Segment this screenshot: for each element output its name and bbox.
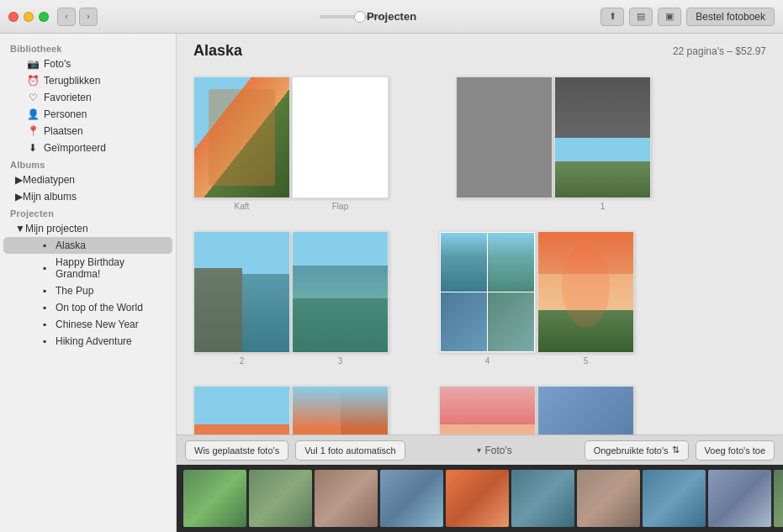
forward-button[interactable]: › [79,8,98,26]
strip-photo-8[interactable] [643,470,706,527]
hiking-book-icon: ▪ [39,335,50,347]
pages45-pages [439,231,634,353]
album-title: Alaska [193,42,242,60]
strip-photo-10[interactable] [774,470,783,527]
flap-label: Flap [292,202,389,211]
sidebar-item-hiking[interactable]: ▪ Hiking Adventure [3,333,172,350]
photos-dropdown[interactable]: ▾ Foto's [477,445,511,456]
order-button[interactable]: Bestel fotoboek [686,8,775,26]
page9-content [538,387,633,435]
pages89-spread [439,386,634,435]
sidebar-item-birthday[interactable]: ▪ Happy Birthday Grandma! [3,254,172,282]
titlebar-actions: ⬆ ▤ ▣ Bestel fotoboek [600,8,775,26]
book-row-2: 2 3 [193,231,766,366]
strip-photo-6-inner [511,470,574,527]
sidebar-imported-label: Geïmporteerd [44,142,106,154]
people-icon: 👤 [27,108,39,120]
content-area: Alaska 22 pagina's – $52.97 [177,34,783,532]
page3[interactable] [292,231,389,353]
page1-labels: 1 [456,198,651,211]
pages89-pages [439,386,634,435]
strip-photo-4[interactable] [380,470,443,527]
pages67-pages [193,386,389,435]
view-toggle-button[interactable]: ▤ [629,8,653,26]
strip-photo-9[interactable] [708,470,771,527]
sidebar-item-alaska[interactable]: ▪ Alaska [3,237,172,254]
page7[interactable] [292,386,389,435]
unused-label-text: Ongebruikte foto's [594,445,669,456]
chinese-book-icon: ▪ [39,319,50,330]
page8[interactable] [439,386,536,435]
minimize-button[interactable] [24,12,34,22]
pages45-spread: 4 5 [439,231,634,366]
strip-photo-7[interactable] [577,470,640,527]
back-button[interactable]: ‹ [57,8,76,26]
page3-content [293,232,388,352]
book-grid: Kaft Flap [177,68,783,435]
sidebar-item-favorites[interactable]: ♡ Favorieten [3,89,172,106]
strip-photo-1[interactable] [183,470,246,527]
sidebar-item-memories[interactable]: ⏰ Terugblikken [3,72,172,89]
cover-labels: Kaft Flap [193,198,389,211]
sidebar-item-chinese[interactable]: ▪ Chinese New Year [3,316,172,333]
share-icon-button[interactable]: ⬆ [600,8,624,26]
add-photos-button[interactable]: Voeg foto's toe [696,440,775,461]
sidebar-item-myprojects[interactable]: ▼ Mijn projecten [3,220,172,237]
strip-photo-2[interactable] [249,470,312,527]
page2-label: 2 [193,356,290,366]
page9[interactable] [537,386,634,435]
nav-buttons: ‹ › [57,8,98,26]
strip-photo-8-inner [643,470,706,527]
maximize-button[interactable] [39,12,49,22]
sidebar-birthday-label: Happy Birthday Grandma! [56,256,162,280]
alaska-book-icon: ▪ [39,240,50,251]
strip-photo-4-inner [380,470,443,527]
sidebar: Bibliotheek 📷 Foto's ⏰ Terugblikken ♡ Fa… [0,34,177,532]
strip-photo-9-inner [708,470,771,527]
strip-photo-6[interactable] [511,470,574,527]
flap-page[interactable] [292,76,389,198]
page1-left[interactable] [456,76,553,198]
unused-photos-button[interactable]: Ongebruikte foto's ⇅ [585,440,689,461]
page4[interactable] [439,231,536,353]
strip-photo-5[interactable] [446,470,509,527]
page2[interactable] [193,231,290,353]
slider-thumb [354,11,366,23]
page5-content [538,232,633,352]
sidebar-people-label: Personen [44,108,87,120]
sidebar-memories-label: Terugblikken [44,75,100,87]
panel-toggle-button[interactable]: ▣ [658,8,681,26]
albums-section-label: Albums [0,156,176,171]
sidebar-item-mediatypes[interactable]: ▶ Mediatypen [3,171,172,188]
kaft-label: Kaft [193,202,290,211]
wis-button[interactable]: Wis geplaatste foto's [185,440,288,461]
close-button[interactable] [8,12,19,22]
kaft-page[interactable] [193,76,290,198]
sidebar-item-imported[interactable]: ⬇ Geïmporteerd [3,140,172,156]
sidebar-chinese-label: Chinese New Year [56,319,139,330]
sidebar-favorites-label: Favorieten [44,92,92,103]
sidebar-item-photos[interactable]: 📷 Foto's [3,55,172,72]
sidebar-pup-label: The Pup [56,285,93,297]
strip-photo-3[interactable] [315,470,378,527]
sidebar-item-ontop[interactable]: ▪ On top of the World [3,299,172,316]
strip-photo-2-inner [249,470,312,527]
sidebar-ontop-label: On top of the World [56,302,143,313]
mediatypes-icon: ▶ [15,174,23,186]
page5[interactable] [537,231,634,353]
vul-button[interactable]: Vul 1 foto automatisch [295,440,405,461]
sidebar-myalbums-label: Mijn albums [23,191,77,203]
kaft-content [194,77,289,198]
pages23-pages [193,231,389,353]
sidebar-item-pup[interactable]: ▪ The Pup [3,282,172,299]
album-meta: 22 pagina's – $52.97 [673,45,766,57]
pages67-spread [193,386,389,435]
sidebar-myprojects-label: Mijn projecten [25,223,88,234]
memories-icon: ⏰ [27,75,39,87]
page1-right[interactable] [554,76,651,198]
sidebar-item-myalbums[interactable]: ▶ Mijn albums [3,188,172,205]
sidebar-item-people[interactable]: 👤 Personen [3,106,172,123]
sidebar-item-places[interactable]: 📍 Plaatsen [3,123,172,140]
myprojects-chevron-icon: ▼ [15,223,25,234]
page6[interactable] [193,386,290,435]
